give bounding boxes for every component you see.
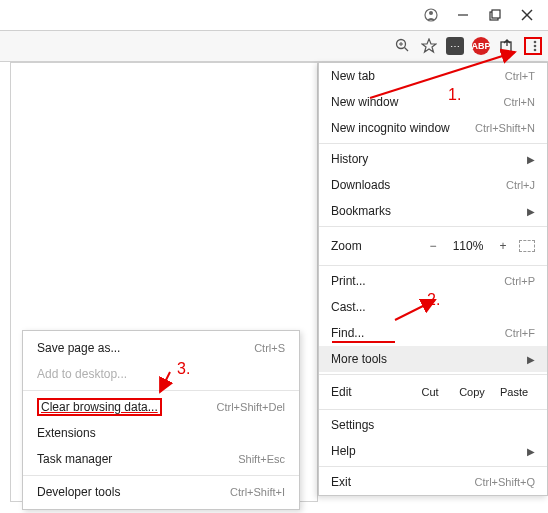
shortcut-text: Ctrl+Shift+Del xyxy=(217,401,285,413)
browser-toolbar: ⋯ ABP xyxy=(0,30,548,62)
menu-label: More tools xyxy=(331,352,387,366)
shortcut-text: Ctrl+T xyxy=(505,70,535,82)
chevron-right-icon: ▶ xyxy=(527,206,535,217)
menu-bookmarks[interactable]: Bookmarks▶ xyxy=(319,198,547,224)
more-tools-submenu: Save page as...Ctrl+S Add to desktop... … xyxy=(22,330,300,510)
zoom-label: Zoom xyxy=(331,239,417,253)
menu-edit-row: Edit Cut Copy Paste xyxy=(319,377,547,407)
menu-label: Print... xyxy=(331,274,366,288)
svg-point-14 xyxy=(534,45,537,48)
menu-label: Exit xyxy=(331,475,351,489)
menu-label: New incognito window xyxy=(331,121,450,135)
svg-rect-4 xyxy=(492,10,500,18)
shortcut-text: Ctrl+J xyxy=(506,179,535,191)
menu-label: Save page as... xyxy=(37,341,120,355)
extension-icon[interactable]: ⋯ xyxy=(446,37,464,55)
chevron-right-icon: ▶ xyxy=(527,354,535,365)
menu-cast[interactable]: Cast... xyxy=(319,294,547,320)
zoom-value: 110% xyxy=(449,239,487,253)
menu-print[interactable]: Print...Ctrl+P xyxy=(319,268,547,294)
menu-label: Find... xyxy=(331,326,364,340)
submenu-developer-tools[interactable]: Developer toolsCtrl+Shift+I xyxy=(23,479,299,505)
shortcut-text: Shift+Esc xyxy=(238,453,285,465)
menu-history[interactable]: History▶ xyxy=(319,146,547,172)
chevron-right-icon: ▶ xyxy=(527,154,535,165)
menu-zoom-row: Zoom − 110% + xyxy=(319,229,547,263)
abp-icon[interactable]: ABP xyxy=(472,37,490,55)
menu-label: Bookmarks xyxy=(331,204,391,218)
menu-label: Task manager xyxy=(37,452,112,466)
shortcut-text: Ctrl+N xyxy=(504,96,535,108)
menu-label: Add to desktop... xyxy=(37,367,127,381)
menu-label: New tab xyxy=(331,69,375,83)
menu-label: Cast... xyxy=(331,300,366,314)
shortcut-text: Ctrl+Shift+Q xyxy=(474,476,535,488)
menu-label: New window xyxy=(331,95,398,109)
profile-icon[interactable] xyxy=(424,8,438,22)
svg-marker-11 xyxy=(422,39,436,52)
shortcut-text: Ctrl+F xyxy=(505,327,535,339)
zoom-in-button[interactable]: + xyxy=(493,239,513,253)
menu-label: Downloads xyxy=(331,178,390,192)
svg-line-8 xyxy=(405,48,409,52)
shortcut-text: Ctrl+Shift+I xyxy=(230,486,285,498)
menu-label: Clear browsing data... xyxy=(41,400,158,414)
menu-label: Settings xyxy=(331,418,374,432)
menu-label: Help xyxy=(331,444,356,458)
svg-point-13 xyxy=(534,41,537,44)
zoom-in-icon[interactable] xyxy=(394,37,412,55)
menu-more-tools[interactable]: More tools▶ xyxy=(319,346,547,372)
share-icon[interactable] xyxy=(498,37,516,55)
submenu-clear-browsing-data[interactable]: Clear browsing data...Ctrl+Shift+Del xyxy=(23,394,299,420)
submenu-add-desktop: Add to desktop... xyxy=(23,361,299,387)
menu-settings[interactable]: Settings xyxy=(319,412,547,438)
kebab-menu-icon[interactable] xyxy=(524,37,542,55)
fullscreen-icon[interactable] xyxy=(519,240,535,252)
menu-new-tab[interactable]: New tabCtrl+T xyxy=(319,63,547,89)
menu-new-incognito[interactable]: New incognito windowCtrl+Shift+N xyxy=(319,115,547,141)
submenu-task-manager[interactable]: Task managerShift+Esc xyxy=(23,446,299,472)
menu-help[interactable]: Help▶ xyxy=(319,438,547,464)
svg-point-15 xyxy=(534,49,537,52)
cut-button[interactable]: Cut xyxy=(409,386,451,398)
shortcut-text: Ctrl+S xyxy=(254,342,285,354)
maximize-icon[interactable] xyxy=(488,8,502,22)
menu-label: Developer tools xyxy=(37,485,120,499)
shortcut-text: Ctrl+Shift+N xyxy=(475,122,535,134)
star-icon[interactable] xyxy=(420,37,438,55)
copy-button[interactable]: Copy xyxy=(451,386,493,398)
svg-rect-12 xyxy=(501,42,511,52)
menu-label: History xyxy=(331,152,368,166)
chrome-main-menu: New tabCtrl+T New windowCtrl+N New incog… xyxy=(318,62,548,496)
menu-downloads[interactable]: DownloadsCtrl+J xyxy=(319,172,547,198)
paste-button[interactable]: Paste xyxy=(493,386,535,398)
edit-label: Edit xyxy=(331,385,409,399)
menu-exit[interactable]: ExitCtrl+Shift+Q xyxy=(319,469,547,495)
shortcut-text: Ctrl+P xyxy=(504,275,535,287)
close-icon[interactable] xyxy=(520,8,534,22)
zoom-out-button[interactable]: − xyxy=(423,239,443,253)
chevron-right-icon: ▶ xyxy=(527,446,535,457)
submenu-save-page[interactable]: Save page as...Ctrl+S xyxy=(23,335,299,361)
menu-find[interactable]: Find...Ctrl+F xyxy=(319,320,547,346)
window-controls xyxy=(410,0,548,30)
minimize-icon[interactable] xyxy=(456,8,470,22)
menu-new-window[interactable]: New windowCtrl+N xyxy=(319,89,547,115)
svg-point-1 xyxy=(429,11,433,15)
submenu-extensions[interactable]: Extensions xyxy=(23,420,299,446)
menu-label: Extensions xyxy=(37,426,96,440)
